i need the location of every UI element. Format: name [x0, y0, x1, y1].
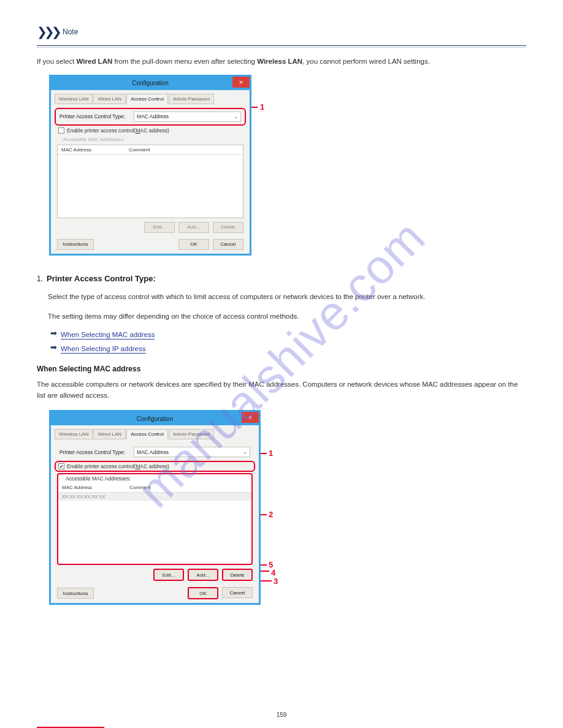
- mac-cell: XX:XX:XX:XX:XX:XX: [62, 494, 129, 499]
- window-body: Wireless LAN Wired LAN Access Control Ad…: [51, 425, 259, 603]
- delete-button[interactable]: Delete: [213, 222, 243, 233]
- col-mac: MAC Address: [62, 485, 129, 490]
- screenshot-2: Configuration × Wireless LAN Wired LAN A…: [49, 410, 282, 605]
- enable-label: Enable printer access control(MAC addres…: [67, 127, 169, 134]
- note-row: ❯❯❯ Note: [37, 25, 526, 39]
- callout-1b: 1: [269, 449, 273, 458]
- subheading-mac: When Selecting MAC address: [37, 365, 526, 373]
- callout-4: 4: [271, 568, 275, 577]
- group-label: Accessible MAC Addresses:: [58, 474, 251, 483]
- delete-button[interactable]: Delete: [222, 569, 253, 581]
- tab-wired-lan[interactable]: Wired LAN: [93, 94, 126, 104]
- table-header: MAC Address Comment: [58, 145, 243, 155]
- instructions-button[interactable]: Instructions: [57, 588, 94, 599]
- tab-admin-password[interactable]: Admin Password: [169, 429, 214, 439]
- add-button[interactable]: Add...: [178, 222, 209, 233]
- document-page: ❯❯❯ Note If you select Wired LAN from th…: [0, 0, 563, 624]
- note-chevron-icon: ❯❯❯: [37, 25, 59, 39]
- enable-access-control-row[interactable]: Enable printer access control(MAC addres…: [55, 126, 246, 135]
- link-arrow-icon: ➡: [50, 328, 57, 338]
- bottom-button-row: Instructions OK Cancel: [55, 585, 255, 599]
- callout-2: 2: [269, 510, 273, 519]
- access-control-type-select[interactable]: MAC Address ⌄: [134, 112, 241, 122]
- note-divider-light: [37, 47, 526, 48]
- window-close-button[interactable]: ×: [242, 412, 259, 423]
- access-control-type-select[interactable]: MAC Address ⌄: [134, 447, 250, 457]
- window-title: Configuration: [132, 80, 168, 86]
- instructions-button[interactable]: Instructions: [57, 239, 94, 250]
- screenshot-1: Configuration × Wireless LAN Wired LAN A…: [49, 75, 270, 256]
- callout-3: 3: [274, 577, 278, 586]
- config-window-1: Configuration × Wireless LAN Wired LAN A…: [49, 75, 251, 256]
- enable-label: Enable printer access control(MAC addres…: [67, 463, 169, 469]
- page-number: 159: [277, 711, 287, 718]
- access-control-type-row: Printer Access Control Type: MAC Address…: [55, 443, 255, 461]
- link-arrow-icon: ➡: [50, 343, 57, 352]
- enable-checkbox[interactable]: [58, 127, 64, 134]
- group-label-disabled: Accessible MAC Addresses:: [55, 135, 246, 143]
- col-comment: Comment: [129, 147, 196, 153]
- window-body: Wireless LAN Wired LAN Access Control Ad…: [51, 90, 250, 254]
- tab-access-control[interactable]: Access Control: [126, 94, 168, 104]
- link-ip-text: When Selecting IP address: [61, 345, 146, 354]
- ok-button[interactable]: OK: [178, 239, 209, 250]
- edit-button[interactable]: Edit...: [144, 222, 175, 233]
- link-mac[interactable]: ➡ When Selecting MAC address: [50, 330, 526, 339]
- enable-access-control-row[interactable]: ✔ Enable printer access control(MAC addr…: [55, 461, 255, 472]
- intro-paragraph: If you select Wired LAN from the pull-do…: [37, 56, 526, 67]
- mac-table: MAC Address Comment: [57, 145, 243, 218]
- chevron-down-icon: ⌄: [243, 449, 247, 455]
- config-window-2: Configuration × Wireless LAN Wired LAN A…: [49, 410, 261, 605]
- window-title: Configuration: [137, 415, 173, 422]
- col-comment: Comment: [129, 485, 197, 490]
- mac-table-highlighted: Accessible MAC Addresses: MAC Address Co…: [57, 473, 253, 565]
- callout-1: 1: [260, 102, 264, 112]
- col-mac: MAC Address: [61, 147, 129, 153]
- table-header: MAC Address Comment: [58, 483, 251, 493]
- window-titlebar: Configuration ×: [51, 412, 259, 425]
- note-divider-dark: [37, 45, 526, 46]
- tab-wireless-lan[interactable]: Wireless LAN: [55, 429, 93, 439]
- cancel-button[interactable]: Cancel: [213, 239, 243, 250]
- window-close-button[interactable]: ×: [232, 77, 250, 88]
- table-button-row: Edit... Add... Delete: [55, 222, 246, 237]
- table-row[interactable]: XX:XX:XX:XX:XX:XX: [58, 493, 251, 501]
- tabs-row: Wireless LAN Wired LAN Access Control Ad…: [55, 429, 255, 439]
- section-number: 1.: [37, 275, 43, 283]
- note-label: Note: [63, 28, 78, 36]
- edit-button[interactable]: Edit...: [153, 569, 184, 581]
- tab-wireless-lan[interactable]: Wireless LAN: [55, 94, 93, 104]
- section-desc-2: The setting items may differ depending o…: [48, 311, 526, 322]
- section-1: 1. Printer Access Control Type: Select t…: [37, 265, 526, 354]
- cancel-button[interactable]: Cancel: [222, 587, 253, 598]
- add-button[interactable]: Add...: [188, 569, 218, 581]
- chevron-down-icon: ⌄: [234, 114, 238, 119]
- tab-admin-password[interactable]: Admin Password: [169, 94, 214, 104]
- access-control-type-row: Printer Access Control Type: MAC Address…: [55, 108, 246, 126]
- subheading-desc: The accessible computers or network devi…: [37, 379, 526, 401]
- link-mac-text: When Selecting MAC address: [61, 331, 155, 339]
- ok-button[interactable]: OK: [188, 587, 218, 599]
- access-control-type-label: Printer Access Control Type:: [59, 113, 125, 119]
- link-ip[interactable]: ➡ When Selecting IP address: [50, 344, 526, 354]
- enable-checkbox-checked[interactable]: ✔: [58, 463, 64, 469]
- tabs-row: Wireless LAN Wired LAN Access Control Ad…: [55, 94, 246, 104]
- bottom-button-row: Instructions OK Cancel: [55, 237, 246, 250]
- tab-access-control[interactable]: Access Control: [126, 429, 168, 439]
- access-control-type-label: Printer Access Control Type:: [59, 449, 125, 455]
- section-label: Printer Access Control Type:: [47, 274, 156, 283]
- table-button-row: Edit... Add... Delete: [55, 569, 255, 585]
- window-titlebar: Configuration ×: [51, 77, 250, 90]
- tab-wired-lan[interactable]: Wired LAN: [93, 429, 126, 439]
- section-desc-1: Select the type of access control with w…: [48, 292, 526, 303]
